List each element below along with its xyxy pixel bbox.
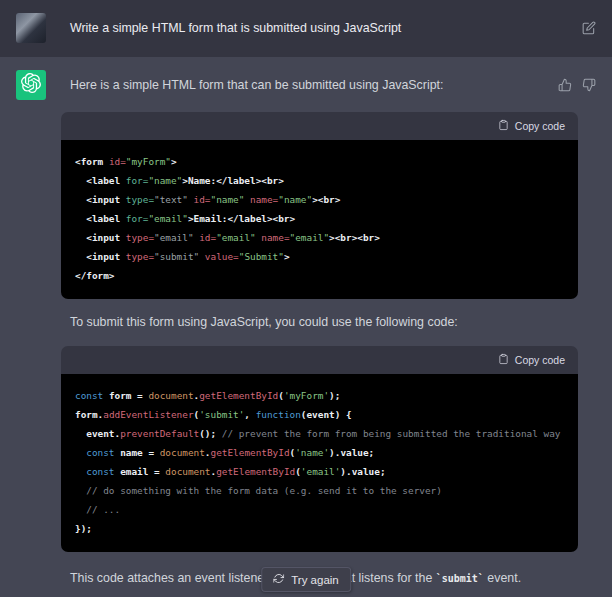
code-line: form.addEventListener('submit', function…: [75, 405, 564, 424]
assistant-avatar: [16, 70, 46, 100]
code-line: <form id="myForm">: [75, 152, 564, 171]
openai-logo-icon: [21, 73, 41, 97]
thumbs-up-icon: [558, 80, 572, 95]
code-block-html: Copy code <form id="myForm"> <label for=…: [61, 112, 578, 299]
code-line: });: [75, 519, 564, 538]
code-line: <input type="text" id="name" name="name"…: [75, 190, 564, 209]
thumbs-up-button[interactable]: [558, 78, 572, 92]
try-again-label: Try again: [291, 574, 339, 586]
code-line: const name = document.getElementById('na…: [75, 443, 564, 462]
code-body: <form id="myForm"> <label for="name">Nam…: [61, 140, 578, 299]
code-block-js: Copy code const form = document.getEleme…: [61, 346, 578, 552]
assistant-message-row: Here is a simple HTML form that can be s…: [0, 57, 612, 597]
regenerate-icon: [273, 573, 284, 586]
user-avatar: [16, 13, 46, 43]
copy-code-label: Copy code: [515, 120, 565, 132]
copy-code-button[interactable]: Copy code: [498, 119, 565, 133]
code-body: const form = document.getElementById('my…: [61, 374, 578, 552]
thumbs-down-button[interactable]: [582, 78, 596, 92]
user-message-text: Write a simple HTML form that is submitt…: [61, 13, 557, 43]
code-line: <input type="submit" value="Submit">: [75, 247, 564, 266]
code-line: <label for="name">Name:</label><br>: [75, 171, 564, 190]
user-message-row: Write a simple HTML form that is submitt…: [0, 0, 612, 57]
assistant-intro-text: Here is a simple HTML form that can be s…: [61, 70, 537, 100]
code-line: const form = document.getElementById('my…: [75, 386, 564, 405]
code-line: <input type="email" id="email" name="ema…: [75, 228, 564, 247]
edit-message-button[interactable]: [582, 21, 596, 35]
code-block-header: Copy code: [61, 346, 578, 374]
code-line: </form>: [75, 266, 564, 285]
try-again-button[interactable]: Try again: [261, 567, 351, 592]
code-line: event.preventDefault(); // prevent the f…: [75, 424, 564, 443]
assistant-middle-text: To submit this form using JavaScript, yo…: [61, 315, 537, 330]
code-block-header: Copy code: [61, 112, 578, 140]
code-line: <label for="email">Email:</label><br>: [75, 209, 564, 228]
edit-icon: [582, 23, 596, 38]
copy-code-button[interactable]: Copy code: [498, 353, 565, 367]
clipboard-icon: [498, 353, 509, 367]
copy-code-label: Copy code: [515, 354, 565, 366]
code-line: // ...: [75, 500, 564, 519]
code-line: // do something with the form data (e.g.…: [75, 481, 564, 500]
clipboard-icon: [498, 119, 509, 133]
code-line: const email = document.getElementById('e…: [75, 462, 564, 481]
thumbs-down-icon: [582, 80, 596, 95]
